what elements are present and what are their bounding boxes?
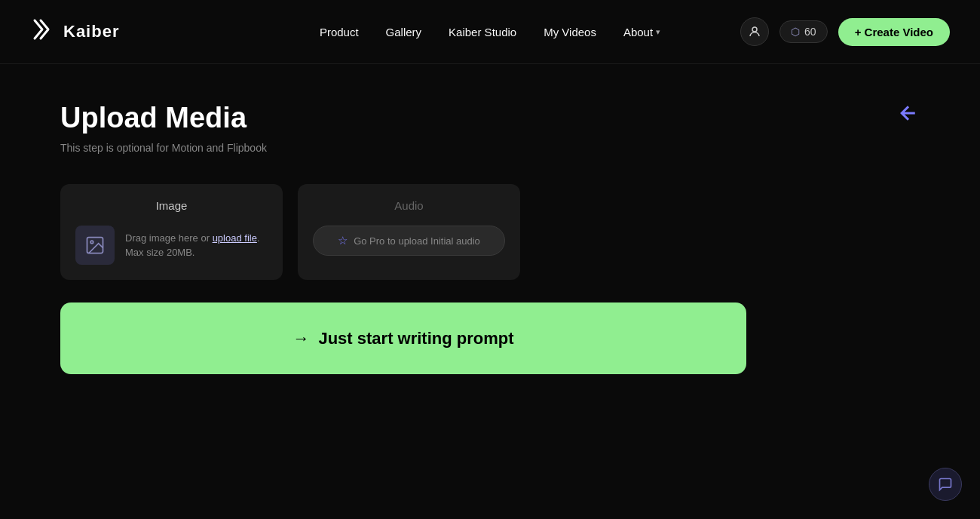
audio-upload-card: Audio ☆ Go Pro to upload Initial audio [298, 184, 520, 280]
svg-point-2 [90, 241, 93, 244]
credits-icon: ⬡ [791, 26, 800, 38]
main-content: Upload Media This step is optional for M… [0, 64, 980, 412]
page-subtitle: This step is optional for Motion and Fli… [60, 142, 920, 154]
create-video-button[interactable]: + Create Video [838, 18, 950, 46]
image-icon [84, 235, 106, 256]
chat-button[interactable] [929, 468, 962, 501]
user-icon [748, 25, 761, 38]
drag-drop-text: Drag image here or upload file. Max size… [125, 231, 260, 260]
nav-link-kaiber-studio[interactable]: Kaiber Studio [449, 26, 516, 38]
navbar: Kaiber Product Gallery Kaiber Studio My … [0, 0, 980, 64]
arrow-icon: → [292, 329, 309, 349]
upload-file-link[interactable]: upload file [213, 232, 257, 244]
logo-text: Kaiber [63, 22, 119, 41]
svg-point-0 [752, 27, 757, 32]
audio-card-title: Audio [313, 199, 505, 212]
logo-icon [30, 16, 57, 48]
navbar-center: Product Gallery Kaiber Studio My Videos … [320, 26, 660, 38]
chevron-down-icon: ▾ [656, 27, 660, 37]
page-title: Upload Media [60, 102, 920, 134]
image-card-title: Image [75, 199, 268, 212]
logo[interactable]: Kaiber [30, 16, 119, 48]
upload-cards: Image Drag image here or upload file. Ma… [60, 184, 920, 280]
image-upload-area: Drag image here or upload file. Max size… [75, 226, 268, 265]
go-pro-button[interactable]: ☆ Go Pro to upload Initial audio [313, 226, 505, 256]
star-icon: ☆ [338, 234, 348, 247]
user-icon-button[interactable] [740, 17, 769, 46]
start-writing-button[interactable]: → Just start writing prompt [60, 302, 746, 374]
navbar-right: ⬡ 60 + Create Video [740, 17, 950, 46]
credits-button[interactable]: ⬡ 60 [779, 20, 828, 43]
nav-link-gallery[interactable]: Gallery [386, 26, 422, 38]
navbar-left: Kaiber [30, 16, 119, 48]
nav-link-about[interactable]: About ▾ [623, 26, 660, 38]
nav-link-product[interactable]: Product [320, 26, 359, 38]
chat-icon [938, 477, 953, 492]
back-button[interactable] [897, 102, 920, 130]
image-upload-card[interactable]: Image Drag image here or upload file. Ma… [60, 184, 283, 280]
nav-link-my-videos[interactable]: My Videos [544, 26, 596, 38]
credits-count: 60 [804, 26, 816, 38]
image-placeholder-icon [75, 226, 115, 265]
back-arrow-icon [897, 102, 920, 124]
